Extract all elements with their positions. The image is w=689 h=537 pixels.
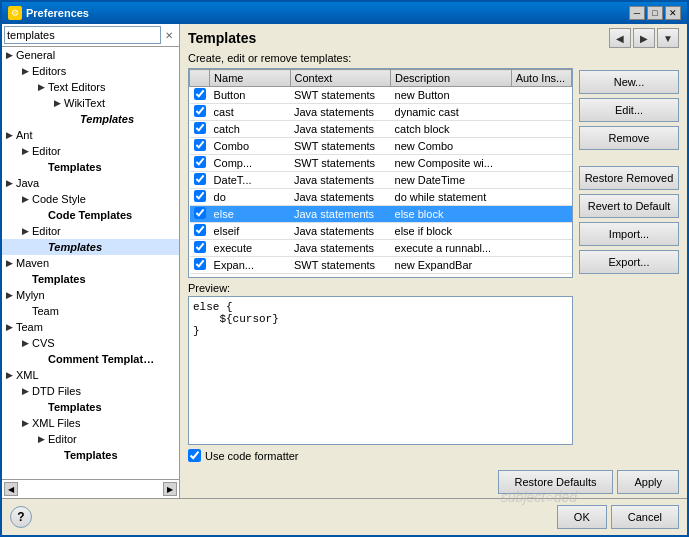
- new-button[interactable]: New...: [579, 70, 679, 94]
- tree-item[interactable]: ▶Editor: [2, 431, 179, 447]
- restore-defaults-button[interactable]: Restore Defaults: [498, 470, 614, 494]
- row-checkbox[interactable]: [194, 88, 206, 100]
- tree-item[interactable]: ▶Maven: [2, 255, 179, 271]
- tree-item[interactable]: ▶Team: [2, 319, 179, 335]
- row-checkbox[interactable]: [194, 122, 206, 134]
- row-description: execute a runnabl...: [391, 240, 512, 257]
- tree-item[interactable]: Comment Templat…: [2, 351, 179, 367]
- row-checkbox[interactable]: [194, 207, 206, 219]
- tree-item[interactable]: Templates: [2, 399, 179, 415]
- row-checkbox-cell: [190, 121, 210, 138]
- ok-button[interactable]: OK: [557, 505, 607, 529]
- col-name-header[interactable]: Name: [210, 70, 290, 87]
- col-check-header[interactable]: [190, 70, 210, 87]
- tree-item[interactable]: ▶Text Editors: [2, 79, 179, 95]
- dialog-buttons: OK Cancel: [557, 505, 679, 529]
- row-checkbox[interactable]: [194, 190, 206, 202]
- row-name: Combo: [210, 138, 290, 155]
- panel-title: Templates: [188, 30, 256, 46]
- row-context: SWT statements: [290, 257, 391, 274]
- nav-dropdown-button[interactable]: ▼: [657, 28, 679, 48]
- tree-item[interactable]: ▶Editors: [2, 63, 179, 79]
- row-auto: [511, 138, 571, 155]
- tree-item[interactable]: Templates: [2, 159, 179, 175]
- tree-item[interactable]: Templates: [2, 271, 179, 287]
- nav-forward-button[interactable]: ▶: [633, 28, 655, 48]
- search-clear-button[interactable]: ✕: [161, 27, 177, 43]
- row-description: do while statement: [391, 189, 512, 206]
- row-auto: [511, 206, 571, 223]
- tree-item[interactable]: ▶WikiText: [2, 95, 179, 111]
- table-row[interactable]: catch Java statements catch block: [190, 121, 572, 138]
- tree-item[interactable]: ▶XML: [2, 367, 179, 383]
- tree-item[interactable]: Code Templates: [2, 207, 179, 223]
- row-description: new ExpandBar: [391, 257, 512, 274]
- tree-toggle-icon: ▶: [18, 144, 32, 158]
- table-row[interactable]: execute Java statements execute a runnab…: [190, 240, 572, 257]
- table-row[interactable]: Expan... SWT statements new ExpandBar: [190, 257, 572, 274]
- tree-item-label: DTD Files: [32, 385, 81, 397]
- revert-to-default-button[interactable]: Revert to Default: [579, 194, 679, 218]
- import-button[interactable]: Import...: [579, 222, 679, 246]
- tree-item[interactable]: ▶CVS: [2, 335, 179, 351]
- minimize-button[interactable]: ─: [629, 6, 645, 20]
- nav-back-button[interactable]: ◀: [609, 28, 631, 48]
- row-auto: [511, 104, 571, 121]
- tree-item[interactable]: Team: [2, 303, 179, 319]
- row-checkbox[interactable]: [194, 241, 206, 253]
- table-row[interactable]: Button SWT statements new Button: [190, 87, 572, 104]
- preview-label: Preview:: [188, 282, 573, 294]
- scroll-right-button[interactable]: ▶: [163, 482, 177, 496]
- tree-toggle-icon: [34, 240, 48, 254]
- col-context-header[interactable]: Context: [290, 70, 391, 87]
- left-scroll-bar: ◀ ▶: [2, 479, 179, 498]
- tree-item[interactable]: Templates: [2, 111, 179, 127]
- row-checkbox[interactable]: [194, 173, 206, 185]
- tree-item[interactable]: ▶General: [2, 47, 179, 63]
- remove-button[interactable]: Remove: [579, 126, 679, 150]
- row-checkbox[interactable]: [194, 224, 206, 236]
- tree-item[interactable]: Templates: [2, 239, 179, 255]
- restore-removed-button[interactable]: Restore Removed: [579, 166, 679, 190]
- tree-item[interactable]: Templates: [2, 447, 179, 463]
- formatter-checkbox[interactable]: [188, 449, 201, 462]
- help-button[interactable]: ?: [10, 506, 32, 528]
- row-name: else: [210, 206, 290, 223]
- cancel-button[interactable]: Cancel: [611, 505, 679, 529]
- table-row[interactable]: cast Java statements dynamic cast: [190, 104, 572, 121]
- tree-item[interactable]: ▶Ant: [2, 127, 179, 143]
- row-checkbox-cell: [190, 104, 210, 121]
- close-button[interactable]: ✕: [665, 6, 681, 20]
- row-auto: [511, 189, 571, 206]
- tree-item-label: Editor: [48, 433, 77, 445]
- tree-item[interactable]: ▶Java: [2, 175, 179, 191]
- table-row[interactable]: DateT... Java statements new DateTime: [190, 172, 572, 189]
- tree-item[interactable]: ▶Editor: [2, 223, 179, 239]
- row-checkbox[interactable]: [194, 105, 206, 117]
- col-auto-header[interactable]: Auto Ins...: [511, 70, 571, 87]
- formatter-label: Use code formatter: [205, 450, 299, 462]
- tree-item[interactable]: ▶Mylyn: [2, 287, 179, 303]
- table-row[interactable]: do Java statements do while statement: [190, 189, 572, 206]
- tree-item[interactable]: ▶XML Files: [2, 415, 179, 431]
- edit-button[interactable]: Edit...: [579, 98, 679, 122]
- row-checkbox[interactable]: [194, 258, 206, 270]
- table-row[interactable]: Combo SWT statements new Combo: [190, 138, 572, 155]
- table-row[interactable]: Comp... SWT statements new Composite wi.…: [190, 155, 572, 172]
- scroll-left-button[interactable]: ◀: [4, 482, 18, 496]
- tree-item[interactable]: ▶Editor: [2, 143, 179, 159]
- tree-item[interactable]: ▶DTD Files: [2, 383, 179, 399]
- tree-item[interactable]: ▶Code Style: [2, 191, 179, 207]
- table-row[interactable]: else Java statements else block: [190, 206, 572, 223]
- search-input[interactable]: [4, 26, 161, 44]
- row-auto: [511, 172, 571, 189]
- export-button[interactable]: Export...: [579, 250, 679, 274]
- maximize-button[interactable]: □: [647, 6, 663, 20]
- formatter-row: Use code formatter: [188, 445, 573, 464]
- table-row[interactable]: elseif Java statements else if block: [190, 223, 572, 240]
- col-description-header[interactable]: Description: [391, 70, 512, 87]
- apply-button[interactable]: Apply: [617, 470, 679, 494]
- row-checkbox[interactable]: [194, 139, 206, 151]
- row-checkbox[interactable]: [194, 156, 206, 168]
- tree-toggle-icon: ▶: [34, 80, 48, 94]
